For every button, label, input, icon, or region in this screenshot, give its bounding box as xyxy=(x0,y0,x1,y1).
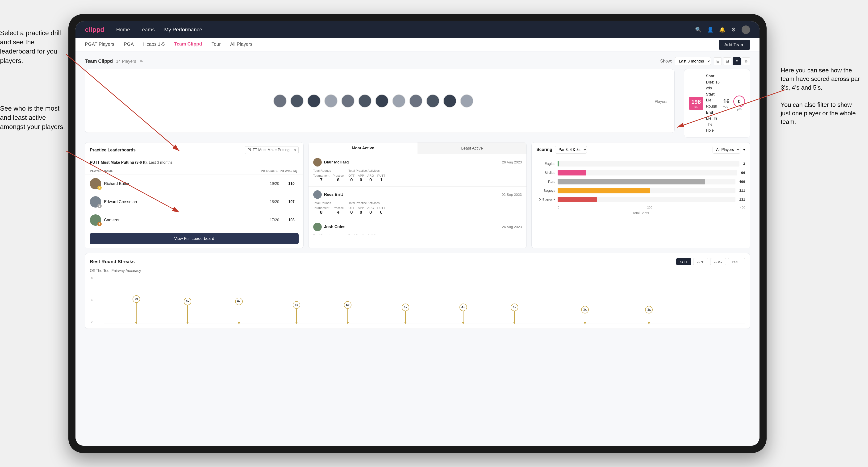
table-row: 1 Richard Butler 19/20 110 xyxy=(85,175,303,193)
bar-label-pars: Pars xyxy=(536,180,555,184)
ott-stat-1: OTT 0 xyxy=(348,174,354,183)
putt-stat-1: PUTT 1 xyxy=(377,174,385,183)
player-avatar-10[interactable] xyxy=(426,94,439,107)
streak-pin-7: 4x xyxy=(460,304,467,323)
pin-circle-1: 7x xyxy=(132,295,140,303)
lb-avg-2: 107 xyxy=(284,200,299,204)
player-avatar-7[interactable] xyxy=(375,94,389,107)
tab-least-active[interactable]: Least Active xyxy=(417,143,526,154)
streak-pin-5: 5x xyxy=(344,301,351,323)
tablet-screen: clippd Home Teams My Performance 🔍 👤 🔔 ⚙… xyxy=(75,21,760,446)
pin-circle-3: 6x xyxy=(235,298,243,305)
sub-nav-tour[interactable]: Tour xyxy=(212,41,221,48)
sub-nav-team-clippd[interactable]: Team Clippd xyxy=(174,41,202,48)
pin-line-6 xyxy=(405,311,406,322)
activity-list: Blair McHarg 26 Aug 2023 Total Rounds To… xyxy=(309,154,527,235)
lb-score-2: 18/20 xyxy=(268,200,282,204)
axis-400: 400 xyxy=(740,206,745,209)
tab-most-active[interactable]: Most Active xyxy=(309,143,417,154)
sub-nav-all-players[interactable]: All Players xyxy=(230,41,252,48)
pin-circle-8: 4x xyxy=(511,304,518,311)
settings-icon[interactable]: ⚙ xyxy=(731,27,736,33)
activity-date-2: 02 Sep 2023 xyxy=(502,192,522,196)
pin-circle-6: 4x xyxy=(402,304,409,311)
scoring-filter-players[interactable]: All Players xyxy=(713,146,740,154)
player-avatar-lb1[interactable]: 1 xyxy=(90,178,101,189)
pin-dot-10 xyxy=(648,322,650,323)
pin-line-8 xyxy=(514,311,515,322)
view-filter-button[interactable]: ⇅ xyxy=(742,57,750,65)
nav-teams[interactable]: Teams xyxy=(140,27,155,33)
activity-name-2: Rees Britt xyxy=(324,192,500,197)
player-avatar-2[interactable] xyxy=(290,94,304,107)
streak-filter-ott[interactable]: OTT xyxy=(676,258,691,266)
pin-dot-3 xyxy=(238,322,240,323)
sub-nav-pga[interactable]: PGA xyxy=(124,41,134,48)
bar-chart: Eagles 3 Birdies 96 xyxy=(532,157,750,219)
player-avatar-11[interactable] xyxy=(443,94,456,107)
activity-tabs: Most Active Least Active xyxy=(309,143,527,154)
bar-row-dbogeys: D. Bogeys + 131 xyxy=(536,197,745,203)
pin-dot-5 xyxy=(347,322,349,323)
view-grid4-button[interactable]: ⊞ xyxy=(714,57,722,65)
player-avatar-6[interactable] xyxy=(358,94,371,107)
total-rounds-section-2: Total Rounds Tournament 8 Practice xyxy=(313,201,344,215)
view-grid2-button[interactable]: ⊟ xyxy=(723,57,731,65)
player-avatar-1[interactable] xyxy=(273,94,286,107)
activity-avatar-2[interactable] xyxy=(313,190,322,199)
sub-nav-hcaps[interactable]: Hcaps 1-5 xyxy=(143,41,165,48)
shot-circle: 0 xyxy=(733,96,745,107)
col-pb-avg: PB AVG SQ xyxy=(280,169,299,173)
list-item: Blair McHarg 26 Aug 2023 Total Rounds To… xyxy=(309,154,527,187)
shot-numbers: 16 yds 0 yds xyxy=(723,96,745,111)
people-icon[interactable]: 👤 xyxy=(707,27,714,33)
activity-player-row-1: Blair McHarg 26 Aug 2023 xyxy=(313,158,522,166)
nav-logo: clippd xyxy=(85,26,104,33)
streak-filter-app[interactable]: APP xyxy=(693,258,708,266)
shot-num1-unit: yds xyxy=(723,105,730,108)
col-player-name: PLAYER NAME xyxy=(90,169,261,173)
edit-icon[interactable]: ✏ xyxy=(140,59,144,64)
team-title: Team Clippd 14 Players xyxy=(85,59,136,64)
player-avatar-3[interactable] xyxy=(307,94,320,107)
pin-line-2 xyxy=(187,305,188,322)
avatar[interactable] xyxy=(742,26,750,34)
player-avatar-lb2[interactable]: 2 xyxy=(90,196,101,208)
activity-name-1: Blair McHarg xyxy=(324,160,500,165)
tournament-stat: Tournament 7 xyxy=(313,174,330,183)
nav-home[interactable]: Home xyxy=(116,27,130,33)
player-avatars xyxy=(92,94,655,107)
shot-distance: 198 xyxy=(691,99,701,105)
player-avatar-5[interactable] xyxy=(341,94,354,107)
nav-items: Home Teams My Performance xyxy=(116,27,695,33)
three-col-section: Practice Leaderboards PUTT Must Make Put… xyxy=(85,142,750,248)
leaderboard-filter[interactable]: PUTT Must Make Putting... ▾ xyxy=(245,146,299,154)
view-list-button[interactable]: ≡ xyxy=(733,57,741,65)
activity-stats-3: Total Rounds Tournament 7 Practice xyxy=(313,234,522,235)
show-period-select[interactable]: Last 3 months Last 6 months This year xyxy=(675,57,711,65)
pin-line-1 xyxy=(136,303,136,322)
view-full-leaderboard-button[interactable]: View Full Leaderboard xyxy=(90,233,299,244)
player-avatar-9[interactable] xyxy=(409,94,423,107)
activity-avatar-1[interactable] xyxy=(313,158,322,166)
axis-0: 0 xyxy=(558,206,559,209)
player-avatar-4[interactable] xyxy=(324,94,338,107)
streak-filter-putt[interactable]: PUTT xyxy=(728,258,745,266)
player-avatar-lb3[interactable]: 3 xyxy=(90,214,101,226)
streak-pin-2: 6x xyxy=(184,298,191,323)
scoring-filter-holes[interactable]: Par 3, 4 & 5s Par 3s Par 4s Par 5s xyxy=(555,146,587,154)
nav-my-performance[interactable]: My Performance xyxy=(164,27,202,33)
streak-chart: 7x 6x 6x 5x xyxy=(104,277,745,324)
nav-icons: 🔍 👤 🔔 ⚙ xyxy=(695,26,750,34)
bar-track-eagles xyxy=(558,161,739,166)
bar-fill-eagles xyxy=(558,161,559,166)
sub-nav-pgat[interactable]: PGAT Players xyxy=(85,41,115,48)
search-icon[interactable]: 🔍 xyxy=(695,27,702,33)
bell-icon[interactable]: 🔔 xyxy=(719,27,725,33)
activity-avatar-3[interactable] xyxy=(313,223,322,231)
streak-filter-arg[interactable]: ARG xyxy=(710,258,726,266)
add-team-button[interactable]: Add Team xyxy=(719,40,750,50)
player-avatar-8[interactable] xyxy=(392,94,405,107)
player-avatar-12[interactable] xyxy=(460,94,473,107)
annotation-right: Here you can see how the team have score… xyxy=(781,66,861,126)
